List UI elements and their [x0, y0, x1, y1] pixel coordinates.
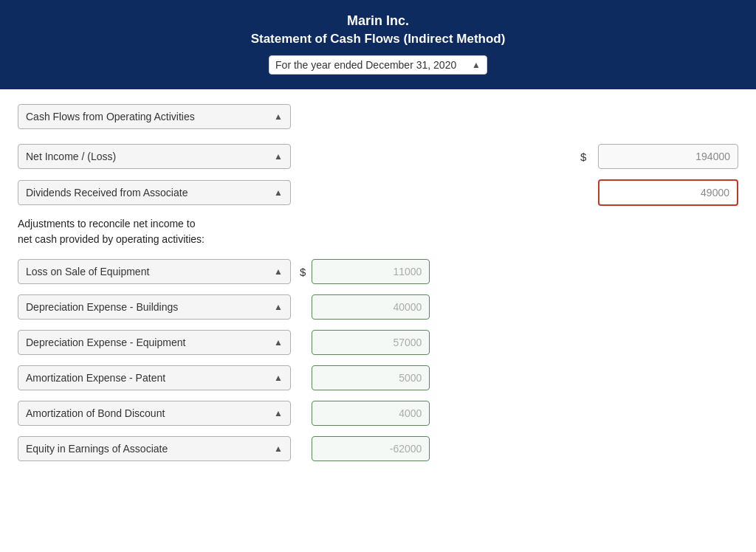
- item-0-label: Loss on Sale of Equipment: [26, 266, 269, 277]
- adjustment-row-5: Equity in Earnings of Associate ▲ $: [18, 436, 738, 461]
- item-2-arrow: ▲: [274, 337, 283, 348]
- item-0-dollar: $: [300, 266, 306, 278]
- net-income-row: Net Income / (Loss) ▲ $: [18, 144, 738, 169]
- year-selector[interactable]: For the year ended December 31, 2020 ▲: [269, 55, 487, 75]
- statement-title: Statement of Cash Flows (Indirect Method…: [15, 32, 741, 46]
- net-income-select[interactable]: Net Income / (Loss) ▲: [18, 144, 291, 169]
- item-0-select[interactable]: Loss on Sale of Equipment ▲: [18, 259, 291, 284]
- item-4-input[interactable]: [312, 401, 430, 426]
- item-5-select[interactable]: Equity in Earnings of Associate ▲: [18, 436, 291, 461]
- item-5-label: Equity in Earnings of Associate: [26, 443, 269, 455]
- item-1-select[interactable]: Depreciation Expense - Buildings ▲: [18, 294, 291, 320]
- year-select-arrow: ▲: [472, 60, 481, 70]
- company-name: Marin Inc.: [15, 13, 741, 29]
- adjustment-row-0: Loss on Sale of Equipment ▲ $: [18, 259, 738, 284]
- adjustment-row-3: Amortization Expense - Patent ▲ $: [18, 365, 738, 390]
- item-4-label: Amortization of Bond Discount: [26, 407, 269, 419]
- section-label: Cash Flows from Operating Activities: [26, 111, 269, 123]
- year-select[interactable]: For the year ended December 31, 2020: [275, 59, 469, 71]
- page-header: Marin Inc. Statement of Cash Flows (Indi…: [0, 0, 756, 89]
- item-3-arrow: ▲: [274, 373, 283, 383]
- section-arrow: ▲: [274, 111, 283, 122]
- main-content: Cash Flows from Operating Activities ▲ N…: [0, 89, 756, 552]
- dividends-arrow: ▲: [274, 187, 283, 198]
- adjustment-row-4: Amortization of Bond Discount ▲ $: [18, 401, 738, 426]
- item-5-input[interactable]: [312, 436, 430, 461]
- item-2-input[interactable]: [312, 330, 430, 355]
- item-3-input[interactable]: [312, 365, 430, 390]
- item-4-select[interactable]: Amortization of Bond Discount ▲: [18, 401, 291, 426]
- item-1-input[interactable]: [312, 294, 430, 320]
- section-row: Cash Flows from Operating Activities ▲: [18, 104, 738, 129]
- item-2-select[interactable]: Depreciation Expense - Equipment ▲: [18, 330, 291, 355]
- adjustment-row-1: Depreciation Expense - Buildings ▲ $: [18, 294, 738, 320]
- dividends-label: Dividends Received from Associate: [26, 187, 269, 199]
- net-income-input[interactable]: [598, 144, 738, 169]
- item-1-label: Depreciation Expense - Buildings: [26, 301, 269, 313]
- net-income-arrow: ▲: [274, 151, 283, 162]
- item-1-arrow: ▲: [274, 302, 283, 312]
- item-2-label: Depreciation Expense - Equipment: [26, 337, 269, 348]
- item-5-arrow: ▲: [274, 444, 283, 454]
- net-income-dollar: $: [580, 151, 592, 163]
- adjustments-text: Adjustments to reconcile net income to n…: [18, 216, 738, 247]
- item-3-select[interactable]: Amortization Expense - Patent ▲: [18, 365, 291, 390]
- dividends-select[interactable]: Dividends Received from Associate ▲: [18, 180, 291, 205]
- dividends-input[interactable]: [598, 179, 738, 206]
- dividends-row: Dividends Received from Associate ▲ $: [18, 179, 738, 206]
- section-select[interactable]: Cash Flows from Operating Activities ▲: [18, 104, 291, 129]
- adjustment-row-2: Depreciation Expense - Equipment ▲ $: [18, 330, 738, 355]
- item-0-input[interactable]: [312, 259, 430, 284]
- item-3-label: Amortization Expense - Patent: [26, 372, 269, 384]
- item-4-arrow: ▲: [274, 408, 283, 418]
- item-0-arrow: ▲: [274, 266, 283, 277]
- net-income-label: Net Income / (Loss): [26, 151, 269, 162]
